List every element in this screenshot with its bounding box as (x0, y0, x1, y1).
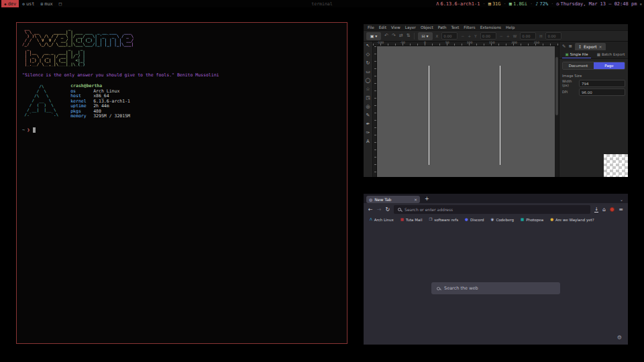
export-dialog-tab[interactable]: ↥ Export × (575, 43, 606, 50)
x-input[interactable]: 0.00 (441, 32, 458, 40)
bookmark-label: Discord (470, 218, 484, 222)
bookmark-folder-software-refs[interactable]: ❐ software refs (429, 218, 458, 222)
tag-label: dev (8, 1, 17, 7)
menu-file[interactable]: File (368, 25, 374, 29)
box3d-tool-icon[interactable]: ◳ (366, 96, 370, 101)
xml-editor-icon[interactable]: ✎ (562, 44, 566, 50)
inkscape-canvas[interactable] (377, 46, 555, 177)
dpi-field-row: DPI 96.00 (562, 88, 625, 96)
shape-builder-tool-icon[interactable]: ↻ (366, 61, 370, 66)
menu-view[interactable]: View (391, 25, 400, 29)
y-input[interactable]: 0.00 (480, 32, 496, 40)
personalize-gear-icon[interactable]: ⚙ (617, 335, 622, 341)
reload-icon[interactable]: ↻ (385, 207, 390, 213)
list-all-tabs-icon[interactable]: ⌄ (620, 197, 625, 202)
page-button[interactable]: Page (594, 62, 625, 69)
rotate-ccw-icon[interactable]: ↶ (384, 34, 388, 38)
shell-prompt[interactable]: ~ ❯ (22, 127, 341, 133)
menu-text[interactable]: Text (451, 25, 460, 29)
flip-horizontal-icon[interactable]: ⇄ (399, 34, 403, 38)
ellipse-tool-icon[interactable]: ◯ (366, 78, 371, 83)
bookmark-tuta-mail[interactable]: ■ Tuta Mail (400, 218, 423, 222)
width-input[interactable]: 794 (579, 80, 625, 87)
bookmark-codeberg[interactable]: ◉ Codeberg (491, 218, 514, 222)
codeberg-favicon: ◉ (491, 218, 494, 222)
node-tool-icon[interactable]: ◇ (366, 52, 370, 57)
tag-ust[interactable]: ⚙ ust (19, 0, 37, 7)
rotate-cw-icon[interactable]: ↷ (392, 34, 396, 38)
tag-mux[interactable]: ⊞ mux (38, 0, 56, 7)
horizontal-ruler[interactable]: -100 -50 0 50 100 150 200 250 (373, 42, 559, 46)
bookmark-arch-linux[interactable]: Λ Arch Linux (370, 218, 394, 222)
x-plus-button[interactable]: + (468, 34, 471, 38)
welcome-ascii-art: __ _ \ \ __ _____| | ___ ___ _ __ ___ __… (22, 26, 133, 66)
pencil-tool-icon[interactable]: ✎ (366, 113, 370, 118)
calligraphy-tool-icon[interactable]: ✑ (366, 131, 370, 135)
home-icon[interactable]: ⌂ (602, 207, 606, 213)
new-tab-button[interactable]: + (425, 196, 429, 202)
forward-icon[interactable]: → (377, 207, 382, 213)
url-placeholder: Search or enter address (405, 207, 453, 212)
menu-edit[interactable]: Edit (379, 25, 386, 29)
volume-text: 72% (539, 1, 548, 7)
selection-mode-dropdown[interactable]: ▣▾ (366, 32, 381, 40)
photopea-favicon: ■ (521, 218, 524, 222)
image-size-label: Image Size (562, 74, 625, 78)
menu-filters[interactable]: Filters (464, 25, 475, 29)
menu-extensions[interactable]: Extensions (480, 25, 501, 29)
volume-icon: ♪ (535, 1, 538, 7)
scrollbar-thumb[interactable] (555, 57, 558, 116)
layers-icon[interactable]: ≣ (568, 44, 572, 50)
fetch-info: crash@bertha os Arch Linux host x86_64 k… (70, 84, 130, 119)
tab-batch-export[interactable]: ▦ Batch Export (594, 50, 628, 58)
text-tool-icon[interactable]: A (366, 139, 370, 144)
bookmark-are-we-wayland-yet[interactable]: ● Are we Wayland yet? (550, 218, 594, 222)
layout-symbol[interactable]: □ (56, 1, 64, 7)
close-icon[interactable]: × (599, 44, 602, 49)
url-bar[interactable]: Search or enter address (394, 205, 590, 214)
extension-icon[interactable] (610, 207, 614, 212)
selector-tool-icon[interactable]: ↖ (366, 44, 370, 48)
browser-window: ◍ New Tab × + ⌄ ← → ↻ Search or enter ad… (364, 194, 628, 345)
spiral-tool-icon[interactable]: ◎ (366, 105, 370, 109)
terminal-window[interactable]: __ _ \ \ __ _____| | ___ ___ _ __ ___ __… (16, 22, 347, 344)
align-dropdown[interactable]: ⊟▾ (418, 32, 433, 40)
search-icon (398, 208, 401, 211)
web-search-box[interactable]: Search the web (431, 282, 560, 294)
search-icon (437, 287, 440, 290)
page-border-right (500, 66, 500, 165)
y-plus-button[interactable]: + (506, 34, 510, 38)
discord-favicon: ● (465, 218, 468, 222)
tab-single-file[interactable]: ▣ Single File (559, 50, 594, 58)
star-tool-icon[interactable]: ☆ (366, 87, 370, 92)
menu-path[interactable]: Path (438, 25, 447, 29)
ruler-tick: 150 (489, 42, 495, 45)
tab-title: New Tab (374, 197, 412, 202)
bookmark-photopea[interactable]: ■ Photopea (521, 218, 543, 222)
export-preview-checkerboard (604, 154, 628, 177)
bookmark-discord[interactable]: ● Discord (465, 218, 484, 222)
inkscape-window: File Edit View Layer Object Path Text Fi… (364, 24, 628, 177)
flip-vertical-icon[interactable]: ⇅ (407, 34, 411, 38)
volume-segment: ♪ 72% (535, 1, 548, 7)
rectangle-tool-icon[interactable]: ▭ (366, 70, 370, 74)
document-button[interactable]: Document (563, 62, 594, 69)
tray-icon[interactable]: ▪ (639, 1, 642, 6)
h-input[interactable]: 0.00 (545, 32, 561, 40)
bookmarks-bar: Λ Arch Linux ■ Tuta Mail ❐ software refs… (364, 216, 628, 224)
tab-close-icon[interactable]: × (414, 197, 417, 202)
x-minus-button[interactable]: − (461, 34, 464, 38)
pen-tool-icon[interactable]: ✒ (366, 122, 370, 127)
dpi-input[interactable]: 96.00 (579, 88, 625, 96)
menu-help[interactable]: Help (506, 25, 515, 29)
downloads-icon[interactable]: ↓ (594, 207, 598, 213)
menu-icon[interactable]: ≡ (619, 207, 623, 213)
page-border-left (429, 66, 429, 165)
tag-dev[interactable]: ◆ dev (1, 0, 19, 7)
w-input[interactable]: 0.00 (520, 32, 536, 40)
y-minus-button[interactable]: − (500, 34, 503, 38)
menu-object[interactable]: Object (421, 25, 433, 29)
back-icon[interactable]: ← (368, 207, 373, 213)
menu-layer[interactable]: Layer (405, 25, 416, 29)
active-tab[interactable]: ◍ New Tab × (366, 196, 420, 203)
